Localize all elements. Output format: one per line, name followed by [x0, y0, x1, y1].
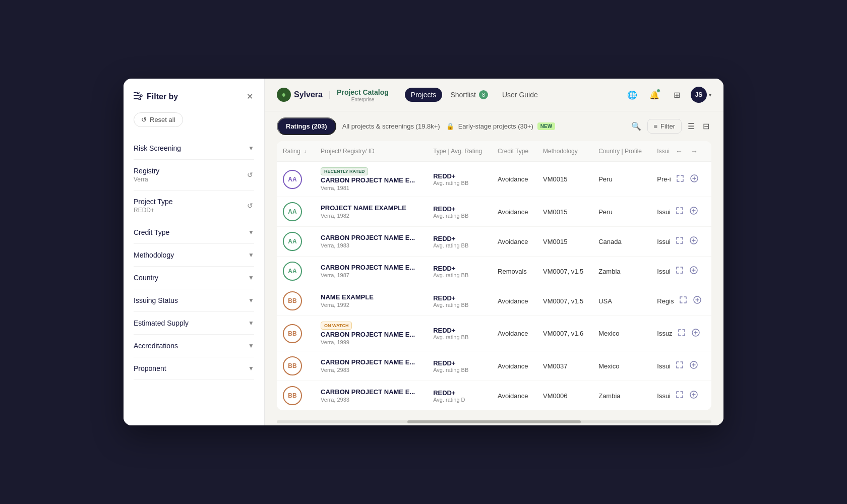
- nav-link-projects[interactable]: Projects: [405, 88, 443, 102]
- col-rating: Rating ↓: [277, 141, 315, 162]
- list-view-button[interactable]: ☰: [686, 119, 697, 133]
- svg-rect-0: [134, 92, 137, 93]
- search-icon: 🔍: [631, 122, 641, 131]
- accreditations-header[interactable]: Accreditations ▼: [134, 342, 254, 350]
- project-name[interactable]: CARBON PROJECT NAME E...: [321, 358, 421, 366]
- issuing-status: Pre-i: [657, 175, 671, 183]
- type-cell: REDD+Avg. rating BB: [427, 227, 492, 257]
- add-to-shortlist-button[interactable]: [692, 295, 702, 307]
- lock-icon: 🔒: [446, 122, 454, 130]
- project-cell: CARBON PROJECT NAME E...Verra, 1987: [315, 257, 427, 286]
- svg-point-5: [139, 98, 141, 100]
- project-type-reset-button[interactable]: ↺: [246, 201, 254, 211]
- project-info: CARBON PROJECT NAME E...Verra, 2983: [321, 358, 421, 373]
- horizontal-scrollbar[interactable]: [265, 418, 723, 425]
- country-cell: Peru: [592, 197, 651, 227]
- col-issuing: Issui ← →: [651, 141, 711, 162]
- table-row[interactable]: AACARBON PROJECT NAME E...Verra, 1983RED…: [277, 227, 711, 257]
- registry-reset-button[interactable]: ↺: [246, 170, 254, 180]
- avg-rating: Avg. rating BB: [433, 272, 486, 278]
- expand-button[interactable]: [675, 235, 685, 247]
- type-cell: REDD+Avg. rating BB: [427, 257, 492, 286]
- table-row[interactable]: BBNAME EXAMPLEVerra, 1992REDD+Avg. ratin…: [277, 286, 711, 316]
- action-icons: [675, 265, 699, 277]
- grid-view-button[interactable]: ⊟: [701, 119, 711, 133]
- nav-link-userguide[interactable]: User Guide: [496, 88, 544, 102]
- proponent-header[interactable]: Proponent ▼: [134, 364, 254, 372]
- expand-button[interactable]: [675, 360, 685, 372]
- add-to-shortlist-button[interactable]: [689, 360, 699, 372]
- col-credit-type: Credit Type: [492, 141, 537, 162]
- notification-dot: [656, 89, 660, 93]
- close-filter-button[interactable]: ✕: [246, 91, 254, 102]
- col-nav-prev[interactable]: ←: [673, 146, 686, 156]
- project-name[interactable]: PROJECT NAME EXAMPLE: [321, 204, 421, 212]
- add-to-shortlist-button[interactable]: [689, 265, 699, 277]
- filter-button[interactable]: ≡ Filter: [647, 119, 682, 134]
- project-name[interactable]: CARBON PROJECT NAME E...: [321, 331, 421, 338]
- all-projects-link[interactable]: All projects & screenings (19.8k+): [342, 122, 440, 130]
- table-row[interactable]: BBON WATCHCARBON PROJECT NAME E...Verra,…: [277, 316, 711, 351]
- methodology-header[interactable]: Methodology ▼: [134, 251, 254, 259]
- expand-button[interactable]: [675, 390, 685, 402]
- user-dropdown[interactable]: JS ▾: [691, 87, 711, 103]
- reset-all-button[interactable]: ↺ Reset all: [134, 112, 183, 127]
- type-cell: REDD+Avg. rating BB: [427, 316, 492, 351]
- expand-button[interactable]: [675, 173, 685, 185]
- early-stage-link[interactable]: 🔒 Early-stage projects (30+) NEW: [446, 122, 556, 130]
- navbar-left: Sylvera | Project Catalog Enterprise Pro…: [277, 87, 544, 102]
- filter-icon: ≡: [654, 122, 658, 130]
- estimated-supply-header[interactable]: Estimated Supply ▼: [134, 319, 254, 327]
- ratings-button[interactable]: Ratings (203): [277, 117, 336, 135]
- dropdown-chevron: ▾: [709, 92, 711, 98]
- methodology-label: Methodology: [134, 251, 174, 259]
- add-to-shortlist-button[interactable]: [689, 206, 699, 218]
- project-cell: ON WATCHCARBON PROJECT NAME E...Verra, 1…: [315, 316, 427, 351]
- type-cell: REDD+Avg. rating BB: [427, 351, 492, 381]
- table-row[interactable]: BBCARBON PROJECT NAME E...Verra, 2933RED…: [277, 381, 711, 411]
- country-cell: USA: [592, 286, 651, 316]
- project-name[interactable]: CARBON PROJECT NAME E...: [321, 264, 421, 271]
- table-row[interactable]: BBCARBON PROJECT NAME E...Verra, 2983RED…: [277, 351, 711, 381]
- expand-button[interactable]: [677, 328, 687, 340]
- product-name: Project Catalog: [337, 88, 389, 96]
- expand-button[interactable]: [675, 265, 685, 277]
- scrollbar-thumb: [407, 420, 581, 423]
- filter-label: Filter: [660, 122, 675, 130]
- project-name[interactable]: CARBON PROJECT NAME E...: [321, 234, 421, 241]
- expand-button[interactable]: [678, 295, 688, 307]
- add-to-shortlist-button[interactable]: [691, 328, 701, 340]
- search-button[interactable]: 🔍: [629, 119, 643, 133]
- nav-link-shortlist[interactable]: Shortlist 8: [444, 87, 494, 102]
- project-name[interactable]: CARBON PROJECT NAME E...: [321, 176, 421, 184]
- add-to-shortlist-button[interactable]: [689, 390, 699, 402]
- table-row[interactable]: AARECENTLY RATEDCARBON PROJECT NAME E...…: [277, 162, 711, 197]
- notification-button[interactable]: 🔔: [646, 87, 662, 103]
- proponent-label: Proponent: [134, 364, 166, 372]
- filter-section-risk-screening: Risk Screening ▼: [134, 137, 254, 160]
- risk-screening-header[interactable]: Risk Screening ▼: [134, 144, 254, 152]
- project-type-info: Project Type REDD+: [134, 198, 173, 214]
- expand-button[interactable]: [675, 206, 685, 218]
- issuing-status-header[interactable]: Issuing Status ▼: [134, 296, 254, 304]
- rating-cell: BB: [277, 286, 315, 316]
- project-name[interactable]: CARBON PROJECT NAME E...: [321, 388, 421, 396]
- globe-button[interactable]: 🌐: [624, 87, 640, 103]
- rating-cell: AA: [277, 257, 315, 286]
- table-row[interactable]: AAPROJECT NAME EXAMPLEVerra, 1982REDD+Av…: [277, 197, 711, 227]
- methodology-cell: VM0007, v1.6: [537, 316, 592, 351]
- credit-type-header[interactable]: Credit Type ▼: [134, 228, 254, 236]
- rating-cell: BB: [277, 381, 315, 411]
- country-header[interactable]: Country ▼: [134, 274, 254, 282]
- risk-screening-label: Risk Screening: [134, 144, 181, 152]
- table-row[interactable]: AACARBON PROJECT NAME E...Verra, 1987RED…: [277, 257, 711, 286]
- project-name[interactable]: NAME EXAMPLE: [321, 293, 421, 301]
- col-nav-next[interactable]: →: [688, 146, 701, 156]
- add-to-shortlist-button[interactable]: [689, 235, 699, 247]
- methodology-cell: VM0037: [537, 351, 592, 381]
- grid-button[interactable]: ⊞: [669, 87, 685, 103]
- type-cell: REDD+Avg. rating BB: [427, 286, 492, 316]
- add-to-shortlist-button[interactable]: [689, 173, 699, 185]
- filter-bar: Ratings (203) All projects & screenings …: [265, 111, 723, 141]
- project-info: PROJECT NAME EXAMPLEVerra, 1982: [321, 204, 421, 219]
